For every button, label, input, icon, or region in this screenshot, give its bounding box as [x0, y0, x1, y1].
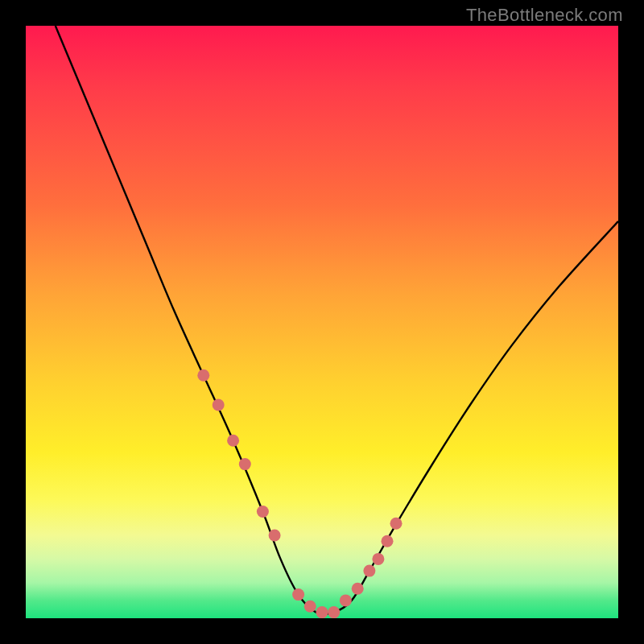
highlight-dot: [197, 369, 209, 382]
highlight-dot: [239, 458, 251, 470]
highlight-dot: [390, 518, 402, 530]
plot-area: [26, 26, 618, 618]
highlight-dot: [257, 506, 269, 518]
highlight-dot: [363, 565, 375, 577]
bottleneck-curve-svg: [26, 26, 618, 618]
highlight-dot: [372, 553, 384, 565]
highlight-dot: [316, 606, 328, 618]
highlight-dot: [213, 399, 225, 411]
highlight-dot: [382, 535, 394, 547]
highlight-dot: [269, 530, 281, 542]
highlight-dot: [304, 601, 316, 613]
highlight-dot: [227, 435, 239, 447]
highlight-dot: [340, 594, 352, 606]
chart-frame: TheBottleneck.com: [0, 0, 644, 644]
highlight-dots-group: [197, 369, 402, 618]
highlight-dot: [292, 588, 304, 601]
watermark-text: TheBottleneck.com: [466, 5, 623, 26]
highlight-dot: [328, 606, 340, 618]
bottleneck-curve-path: [56, 26, 618, 614]
highlight-dot: [352, 583, 364, 595]
